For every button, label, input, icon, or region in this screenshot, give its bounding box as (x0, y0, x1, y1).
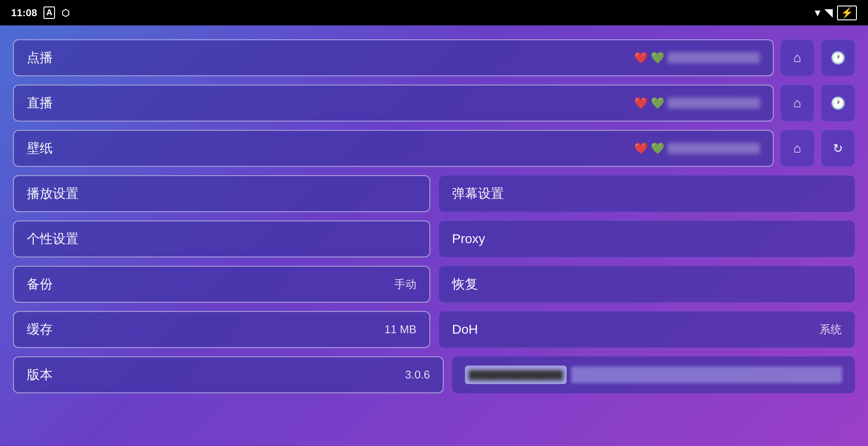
status-bar: 11:08 A ⬡ ▾ ◥ ⚡ (0, 0, 868, 25)
partial-card[interactable]: ████████████████ (452, 356, 855, 393)
history-icon: 🕐 (831, 51, 845, 65)
vod-home-button[interactable]: ⌂ (780, 39, 814, 76)
backup-card[interactable]: 备份 手动 (13, 266, 430, 303)
cache-label: 缓存 (27, 321, 53, 338)
doh-card[interactable]: DoH 系统 (439, 311, 855, 348)
wallpaper-value: ❤️ 💚 (634, 142, 760, 155)
status-right: ▾ ◥ ⚡ (815, 6, 857, 20)
history-icon-2: 🕐 (831, 96, 845, 110)
partial-inner: ████████████████ (452, 366, 855, 384)
restore-card[interactable]: 恢复 (439, 266, 855, 303)
personal-settings-card[interactable]: 个性设置 (13, 220, 430, 257)
version-value: 3.0.6 (405, 368, 430, 381)
refresh-icon: ↻ (833, 141, 843, 156)
doh-value: 系统 (819, 322, 842, 337)
version-label: 版本 (27, 366, 53, 384)
wallpaper-row: 壁纸 ❤️ 💚 ⌂ ↻ (13, 130, 855, 167)
live-value: ❤️ 💚 (634, 97, 760, 110)
wallpaper-refresh-button[interactable]: ↻ (821, 130, 855, 167)
version-row: 版本 3.0.6 ████████████████ (13, 356, 855, 393)
home-icon: ⌂ (794, 50, 801, 65)
cache-row: 缓存 11 MB DoH 系统 (13, 311, 855, 348)
vod-row: 点播 ❤️ 💚 ⌂ 🕐 (13, 39, 855, 76)
vod-value: ❤️ 💚 (634, 51, 760, 64)
vod-card[interactable]: 点播 ❤️ 💚 (13, 39, 774, 76)
settings-row-1: 播放设置 弹幕设置 (13, 175, 855, 212)
restore-label: 恢复 (452, 275, 478, 293)
proxy-label: Proxy (452, 232, 485, 246)
partial-blurred-bar (571, 367, 842, 383)
box-icon: ⬡ (61, 7, 69, 18)
version-card[interactable]: 版本 3.0.6 (13, 356, 444, 393)
live-history-button[interactable]: 🕐 (821, 85, 855, 122)
vod-heart-red: ❤️ (634, 51, 648, 64)
personal-settings-label: 个性设置 (27, 230, 79, 248)
time-display: 11:08 (11, 7, 37, 19)
live-label: 直播 (27, 94, 53, 112)
doh-label: DoH (452, 322, 478, 337)
settings-row-2: 个性设置 Proxy (13, 220, 855, 257)
live-heart-green: 💚 (651, 97, 665, 110)
danmaku-settings-label: 弹幕设置 (452, 185, 504, 202)
live-home-button[interactable]: ⌂ (780, 85, 814, 122)
battery-icon: ⚡ (837, 6, 857, 20)
wallpaper-blurred (667, 143, 760, 154)
proxy-card[interactable]: Proxy (439, 220, 855, 257)
danmaku-settings-card[interactable]: 弹幕设置 (439, 175, 855, 212)
cache-card[interactable]: 缓存 11 MB (13, 311, 430, 348)
play-settings-card[interactable]: 播放设置 (13, 175, 430, 212)
home-icon-2: ⌂ (794, 96, 801, 110)
backup-value: 手动 (394, 277, 416, 292)
status-left: 11:08 A ⬡ (11, 6, 69, 19)
keyboard-icon: A (43, 6, 55, 19)
vod-label: 点播 (27, 49, 53, 67)
wallpaper-home-button[interactable]: ⌂ (780, 130, 814, 167)
main-content: 点播 ❤️ 💚 ⌂ 🕐 直播 ❤️ 💚 ⌂ 🕐 (0, 25, 868, 446)
backup-label: 备份 (27, 275, 53, 293)
cache-value: 11 MB (385, 323, 416, 336)
live-card[interactable]: 直播 ❤️ 💚 (13, 85, 774, 122)
vod-blurred (667, 52, 760, 63)
vod-heart-green: 💚 (651, 51, 665, 64)
live-heart-red: ❤️ (634, 97, 648, 110)
signal-icon: ◥ (825, 7, 832, 19)
home-icon-3: ⌂ (794, 141, 801, 156)
partial-blurred-text: ████████████████ (469, 370, 563, 380)
backup-row: 备份 手动 恢复 (13, 266, 855, 303)
wallpaper-heart-red: ❤️ (634, 142, 648, 155)
wallpaper-label: 壁纸 (27, 140, 53, 157)
play-settings-label: 播放设置 (27, 185, 79, 202)
wifi-icon: ▾ (815, 7, 820, 19)
wallpaper-card[interactable]: 壁纸 ❤️ 💚 (13, 130, 774, 167)
partial-blur-box: ████████████████ (465, 366, 567, 384)
vod-history-button[interactable]: 🕐 (821, 39, 855, 76)
live-blurred (667, 98, 760, 109)
wallpaper-heart-green: 💚 (651, 142, 665, 155)
live-row: 直播 ❤️ 💚 ⌂ 🕐 (13, 85, 855, 122)
